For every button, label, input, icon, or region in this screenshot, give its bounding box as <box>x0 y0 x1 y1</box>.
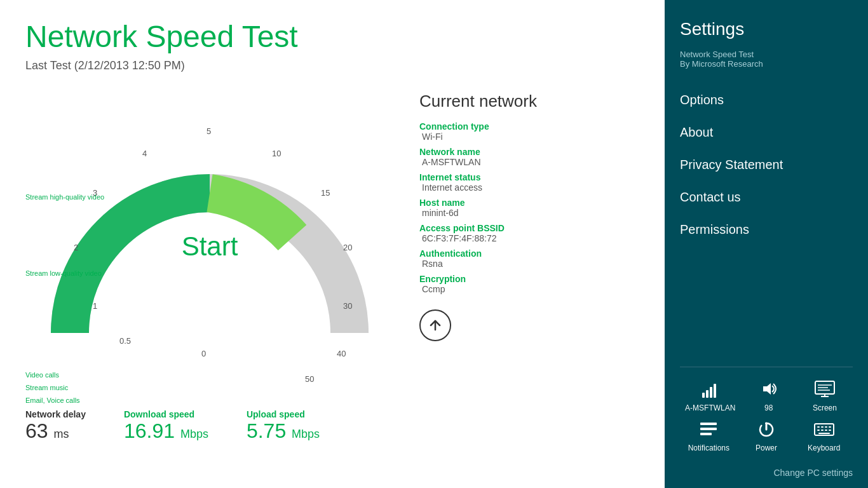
activity-video-calls: Video calls <box>25 371 59 379</box>
network-label-enc: Encryption <box>419 274 639 284</box>
change-pc-settings[interactable]: Change PC settings <box>680 460 853 488</box>
svg-rect-14 <box>700 433 712 435</box>
activity-music: Stream music <box>25 384 68 391</box>
network-label-auth: Authentication <box>419 248 639 259</box>
gauge-container: 0 0.5 1 2 3 4 5 10 15 20 30 40 50 <box>25 85 394 390</box>
sidebar-item-contact[interactable]: Contact us <box>680 181 853 214</box>
gauge-num-15: 15 <box>321 188 330 198</box>
network-label-name: Network name <box>419 147 639 157</box>
tray-item-power[interactable]: Power <box>743 420 789 452</box>
stat-upload-label: Upload speed <box>247 409 320 419</box>
stat-download: Download speed 16.91 Mbps <box>124 409 208 443</box>
keyboard-icon <box>813 420 835 441</box>
sidebar-app-name: Network Speed Test <box>680 50 853 59</box>
gauge-num-10: 10 <box>272 149 281 158</box>
start-button[interactable]: Start <box>182 231 238 262</box>
network-value-auth: Rsna <box>419 259 639 269</box>
tray-label-screen: Screen <box>813 403 837 412</box>
svg-rect-4 <box>714 384 716 398</box>
network-row-internet: Internet status Internet access <box>419 172 639 193</box>
network-value-internet: Internet access <box>419 182 639 193</box>
network-value-name: A-MSFTWLAN <box>419 157 639 167</box>
volume-icon <box>759 380 778 401</box>
sidebar-app-by: By Microsoft Research <box>680 59 853 69</box>
network-row-name: Network name A-MSFTWLAN <box>419 147 639 167</box>
main-content: Network Speed Test Last Test (2/12/2013 … <box>0 0 665 488</box>
network-value-bssid: 6C:F3:7F:4F:88:72 <box>419 233 639 243</box>
svg-rect-1 <box>702 393 705 398</box>
tray-row-1: A-MSFTWLAN 98 <box>680 380 853 412</box>
activity-email: Email, Voice calls <box>25 396 80 404</box>
gauge-num-40: 40 <box>337 349 346 358</box>
network-title: Current network <box>419 92 639 111</box>
settings-title: Settings <box>680 19 853 39</box>
network-value-connection: Wi-Fi <box>419 132 639 142</box>
sidebar-divider <box>680 367 853 367</box>
network-value-enc: Ccmp <box>419 284 639 294</box>
tray-label-volume: 98 <box>764 403 773 412</box>
power-icon <box>757 420 776 441</box>
svg-rect-13 <box>700 428 717 430</box>
middle-section: 0 0.5 1 2 3 4 5 10 15 20 30 40 50 <box>25 85 639 390</box>
stat-download-label: Download speed <box>124 409 208 419</box>
network-info: Current network Connection type Wi-Fi Ne… <box>419 85 639 341</box>
gauge-num-20: 20 <box>343 243 352 252</box>
system-tray: A-MSFTWLAN 98 <box>680 374 853 488</box>
network-value-host: minint-6d <box>419 208 639 218</box>
stat-delay-label: Network delay <box>25 409 86 419</box>
network-row-host: Host name minint-6d <box>419 198 639 218</box>
network-row-connection: Connection type Wi-Fi <box>419 121 639 142</box>
sidebar-item-privacy[interactable]: Privacy Statement <box>680 149 853 181</box>
tray-label-power: Power <box>756 444 777 452</box>
network-label-internet: Internet status <box>419 172 639 182</box>
activity-hq-video: Stream high-quality video <box>25 193 104 201</box>
notifications-icon <box>699 420 718 441</box>
gauge-num-1: 1 <box>93 301 97 311</box>
last-test-label: Last Test (2/12/2013 12:50 PM) <box>25 59 639 72</box>
stat-upload-value: 5.75 Mbps <box>247 419 320 443</box>
sidebar-item-options[interactable]: Options <box>680 84 853 116</box>
gauge-num-4: 4 <box>142 149 147 158</box>
network-label-bssid: Access point BSSID <box>419 223 639 233</box>
stat-delay: Network delay 63 ms <box>25 409 86 443</box>
screen-icon <box>814 380 836 401</box>
gauge-num-05: 0.5 <box>119 336 131 346</box>
upload-icon-container <box>419 309 639 341</box>
sidebar-nav: Options About Privacy Statement Contact … <box>680 84 853 360</box>
gauge-num-0: 0 <box>201 349 206 358</box>
tray-item-keyboard[interactable]: Keyboard <box>801 420 847 452</box>
activity-lq-video: Stream low-quality video <box>25 269 102 277</box>
tray-item-wifi[interactable]: A-MSFTWLAN <box>685 380 735 412</box>
sidebar-item-about[interactable]: About <box>680 116 853 149</box>
network-label-connection: Connection type <box>419 121 639 132</box>
sidebar-app-info: Network Speed Test By Microsoft Research <box>680 50 853 69</box>
gauge-num-5: 5 <box>207 126 211 136</box>
stat-download-value: 16.91 Mbps <box>124 419 208 443</box>
gauge-num-50: 50 <box>305 374 314 384</box>
network-row-enc: Encryption Ccmp <box>419 274 639 294</box>
tray-label-wifi: A-MSFTWLAN <box>685 403 735 412</box>
sidebar: Settings Network Speed Test By Microsoft… <box>665 0 868 488</box>
tray-label-notifications: Notifications <box>688 444 729 452</box>
stat-delay-value: 63 ms <box>25 419 86 443</box>
svg-rect-3 <box>710 387 712 398</box>
svg-rect-12 <box>700 423 717 425</box>
app-title: Network Speed Test <box>25 19 639 54</box>
svg-rect-2 <box>706 390 709 398</box>
stats-row: Network delay 63 ms Download speed 16.91… <box>25 403 639 443</box>
network-row-bssid: Access point BSSID 6C:F3:7F:4F:88:72 <box>419 223 639 243</box>
upload-icon <box>419 309 451 341</box>
tray-item-volume[interactable]: 98 <box>746 380 792 412</box>
wifi-icon <box>701 380 720 401</box>
network-row-auth: Authentication Rsna <box>419 248 639 269</box>
tray-row-2: Notifications Power <box>680 420 853 452</box>
gauge-num-30: 30 <box>343 301 352 311</box>
svg-marker-5 <box>763 383 771 395</box>
gauge-num-2: 2 <box>74 243 78 252</box>
tray-label-keyboard: Keyboard <box>808 444 840 452</box>
tray-item-notifications[interactable]: Notifications <box>686 420 731 452</box>
stat-upload: Upload speed 5.75 Mbps <box>247 409 320 443</box>
network-label-host: Host name <box>419 198 639 208</box>
sidebar-item-permissions[interactable]: Permissions <box>680 214 853 246</box>
tray-item-screen[interactable]: Screen <box>802 380 848 412</box>
